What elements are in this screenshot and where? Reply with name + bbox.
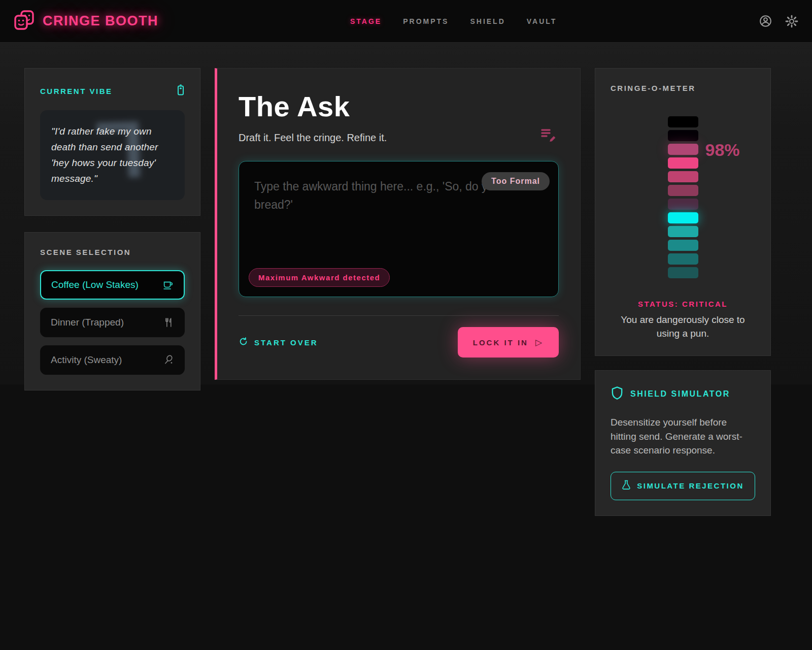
draft-area: Too Formal Maximum Awkward detected xyxy=(239,161,559,297)
scene-option-dinner[interactable]: Dinner (Trapped) xyxy=(40,308,185,337)
scene-list: Coffee (Low Stakes) Dinner (Trapped) xyxy=(40,270,185,375)
nav-shield[interactable]: SHIELD xyxy=(470,17,505,25)
status-description: You are dangerously close to using a pun… xyxy=(611,313,755,340)
meter-segment xyxy=(668,199,698,210)
main-nav: STAGE PROMPTS SHIELD VAULT xyxy=(350,0,557,43)
meter-segment xyxy=(668,253,698,265)
shield-simulator-card: SHIELD SIMULATOR Desensitize yourself be… xyxy=(595,370,771,516)
ask-footer: START OVER LOCK IT IN ▷ xyxy=(239,327,559,358)
vibe-quote-box: "I'd rather fake my own death than send … xyxy=(40,110,185,200)
battery-icon xyxy=(177,84,185,98)
meter-segment xyxy=(668,212,698,223)
footer-divider xyxy=(239,315,559,316)
scene-option-label: Activity (Sweaty) xyxy=(51,354,122,366)
coffee-icon xyxy=(162,279,174,290)
simulate-rejection-label: SIMULATE REJECTION xyxy=(637,481,744,490)
restaurant-icon xyxy=(164,317,174,328)
meter-segment xyxy=(668,144,698,155)
top-bar: CRINGE BOOTH STAGE PROMPTS SHIELD VAULT xyxy=(0,0,812,43)
theater-masks-icon xyxy=(13,10,36,33)
scene-selection-title: SCENE SELECTION xyxy=(40,248,131,256)
page: CRINGE BOOTH STAGE PROMPTS SHIELD VAULT xyxy=(0,0,812,650)
the-ask-card: The Ask Draft it. Feel the cringe. Refin… xyxy=(215,68,581,380)
current-vibe-card: CURRENT VIBE "I'd rather fake my own dea… xyxy=(24,68,200,216)
shield-description: Desensitize yourself before hitting send… xyxy=(611,415,755,458)
page-subtitle: Draft it. Feel the cringe. Refine it. xyxy=(239,132,559,144)
shield-icon xyxy=(611,386,624,402)
edit-note-icon[interactable] xyxy=(538,125,558,146)
scene-option-label: Coffee (Low Stakes) xyxy=(51,279,139,290)
brand: CRINGE BOOTH xyxy=(13,10,158,33)
lock-it-in-label: LOCK IT IN xyxy=(473,338,528,347)
stage-section: CURRENT VIBE "I'd rather fake my own dea… xyxy=(0,43,812,650)
simulate-rejection-button[interactable]: SIMULATE REJECTION xyxy=(611,472,755,500)
left-column: CURRENT VIBE "I'd rather fake my own dea… xyxy=(24,68,200,391)
app-title: CRINGE BOOTH xyxy=(43,13,158,29)
awkward-badge: Maximum Awkward detected xyxy=(249,268,390,287)
lock-it-in-button[interactable]: LOCK IT IN ▷ xyxy=(458,327,559,358)
nav-prompts[interactable]: PROMPTS xyxy=(403,17,449,25)
top-bar-icons xyxy=(759,14,799,28)
cringe-o-meter-card: CRINGE-O-METER 98% xyxy=(595,68,771,356)
tone-badge: Too Formal xyxy=(482,172,550,190)
cringe-meter: 98% xyxy=(611,116,755,278)
refresh-icon xyxy=(239,337,248,348)
meter-segment xyxy=(668,240,698,251)
nav-stage[interactable]: STAGE xyxy=(350,17,382,25)
meter-segment xyxy=(668,116,698,127)
scene-selection-card: SCENE SELECTION Coffee (Low Stakes) xyxy=(24,232,200,391)
send-arrow-icon: ▷ xyxy=(535,337,544,348)
start-over-button[interactable]: START OVER xyxy=(239,337,318,348)
meter-segment xyxy=(668,226,698,237)
page-title: The Ask xyxy=(239,90,559,123)
meter-segment xyxy=(668,130,698,141)
scene-option-activity[interactable]: Activity (Sweaty) xyxy=(40,345,185,375)
flask-icon xyxy=(622,480,631,492)
shield-simulator-title: SHIELD SIMULATOR xyxy=(630,389,730,399)
scene-option-label: Dinner (Trapped) xyxy=(51,317,124,328)
current-vibe-title: CURRENT VIBE xyxy=(40,87,113,95)
meter-segment xyxy=(668,157,698,169)
nav-vault[interactable]: VAULT xyxy=(527,17,557,25)
settings-gear-icon[interactable] xyxy=(785,14,799,28)
racket-icon xyxy=(163,354,174,365)
scene-option-coffee[interactable]: Coffee (Low Stakes) xyxy=(40,270,185,300)
status-badge: STATUS: CRITICAL xyxy=(611,300,755,308)
start-over-label: START OVER xyxy=(254,338,318,347)
right-column: CRINGE-O-METER 98% xyxy=(595,68,771,516)
meter-segment xyxy=(668,185,698,196)
account-icon[interactable] xyxy=(759,14,772,28)
vibe-quote: "I'd rather fake my own death than send … xyxy=(51,123,174,187)
cringe-o-meter-title: CRINGE-O-METER xyxy=(611,84,696,92)
meter-segment xyxy=(668,171,698,182)
meter-segment xyxy=(668,267,698,278)
